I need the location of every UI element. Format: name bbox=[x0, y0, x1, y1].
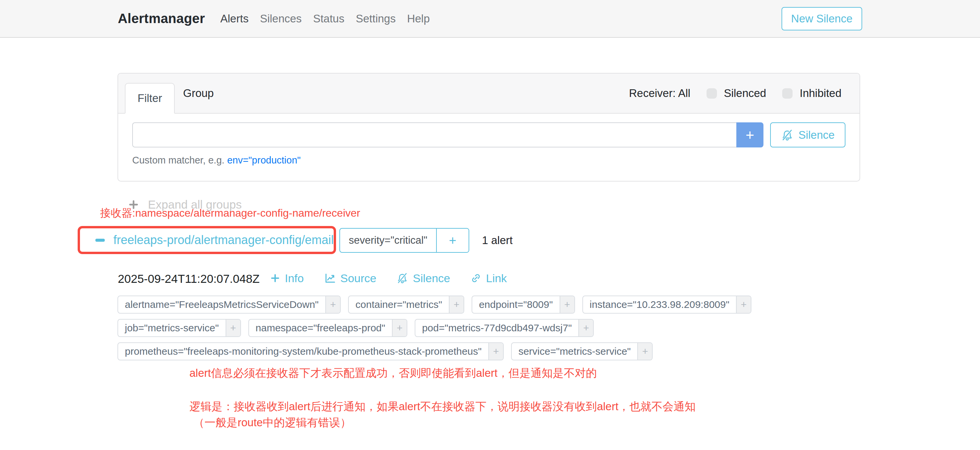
alert-label-text: service="metrics-service" bbox=[512, 343, 638, 360]
add-label-filter-button[interactable]: + bbox=[449, 296, 463, 313]
alert-label: namespace="freeleaps-prod" + bbox=[248, 319, 407, 337]
nav-item-status[interactable]: Status bbox=[313, 13, 344, 25]
alert-label-text: prometheus="freeleaps-monitoring-system/… bbox=[118, 343, 488, 360]
annotation-logic-note: 逻辑是：接收器收到alert后进行通知，如果alert不在接收器下，说明接收器没… bbox=[189, 399, 696, 414]
alert-silence-link[interactable]: Silence bbox=[396, 272, 450, 285]
chain-link-icon bbox=[470, 273, 482, 284]
alert-source-link[interactable]: Source bbox=[324, 272, 377, 285]
alert-label-text: job="metrics-service" bbox=[118, 320, 226, 336]
silenced-checkbox[interactable] bbox=[706, 88, 717, 98]
chart-line-icon bbox=[324, 272, 336, 284]
filter-header-controls: Receiver: All Silenced Inhibited bbox=[629, 74, 842, 113]
alert-label-text: container="metrics" bbox=[349, 296, 449, 313]
inhibited-checkbox-group[interactable]: Inhibited bbox=[782, 87, 842, 100]
alert-label: job="metrics-service" + bbox=[118, 319, 241, 337]
top-navbar: Alertmanager Alerts Silences Status Sett… bbox=[0, 0, 980, 38]
alert-label: endpoint="8009" + bbox=[472, 296, 575, 314]
alert-timestamp: 2025-09-24T11:20:07.048Z bbox=[118, 272, 260, 285]
alert-silence-label: Silence bbox=[413, 272, 450, 285]
group-matcher-label[interactable]: severity="critical" bbox=[340, 229, 436, 252]
add-label-filter-button[interactable]: + bbox=[226, 320, 240, 336]
tab-filter[interactable]: Filter bbox=[125, 83, 175, 114]
annotation-alert-note: alert信息必须在接收器下才表示配置成功，否则即使能看到alert，但是通知是… bbox=[189, 366, 597, 381]
alert-label-text: alertname="FreeleapsMetricsServiceDown" bbox=[118, 296, 325, 313]
add-label-filter-button[interactable]: + bbox=[560, 296, 574, 313]
inhibited-checkbox[interactable] bbox=[782, 88, 792, 98]
alert-label-text: instance="10.233.98.209:8009" bbox=[583, 296, 736, 313]
silence-filter-label: Silence bbox=[798, 129, 834, 141]
filter-panel: Filter Group Receiver: All Silenced Inhi… bbox=[118, 73, 860, 182]
alert-label: pod="metrics-77d9cdb497-wdsj7" + bbox=[415, 319, 594, 337]
add-label-filter-button[interactable]: + bbox=[637, 343, 652, 360]
silence-filter-button[interactable]: Silence bbox=[770, 122, 845, 147]
annotation-receiver-note: 接收器:namespace/altermanager-config-name/r… bbox=[100, 206, 360, 221]
plus-icon bbox=[270, 273, 280, 284]
bell-slash-icon bbox=[396, 272, 408, 284]
matcher-input[interactable] bbox=[132, 122, 737, 147]
alert-label-list: alertname="FreeleapsMetricsServiceDown" … bbox=[118, 296, 860, 360]
receiver-filter-dropdown[interactable]: Receiver: All bbox=[629, 87, 690, 100]
matcher-hint: Custom matcher, e.g.env="production" bbox=[132, 155, 845, 166]
alert-link-label: Link bbox=[486, 272, 507, 285]
app-brand[interactable]: Alertmanager bbox=[118, 11, 205, 26]
alert-label-text: namespace="freeleaps-prod" bbox=[249, 320, 392, 336]
nav-item-help[interactable]: Help bbox=[407, 13, 430, 25]
hint-text: Custom matcher, e.g. bbox=[132, 155, 224, 165]
filter-panel-header: Filter Group Receiver: All Silenced Inhi… bbox=[118, 74, 859, 114]
nav-item-settings[interactable]: Settings bbox=[356, 13, 396, 25]
add-label-filter-button[interactable]: + bbox=[488, 343, 503, 360]
alertmanager-page: Alertmanager Alerts Silences Status Sett… bbox=[0, 0, 980, 450]
add-label-filter-button[interactable]: + bbox=[325, 296, 340, 313]
hint-example-link[interactable]: env="production" bbox=[227, 155, 301, 165]
add-label-filter-button[interactable]: + bbox=[736, 296, 751, 313]
alert-actions: Info Source Silence bbox=[270, 269, 507, 287]
alert-label: prometheus="freeleaps-monitoring-system/… bbox=[118, 342, 504, 360]
new-silence-button[interactable]: New Silence bbox=[781, 7, 862, 30]
alert-label: service="metrics-service" + bbox=[511, 342, 653, 360]
alert-link-link[interactable]: Link bbox=[470, 272, 507, 285]
receiver-group-link[interactable]: freeleaps-prod/alertmanager-config/email bbox=[113, 233, 334, 247]
silenced-checkbox-group[interactable]: Silenced bbox=[706, 87, 767, 100]
alert-label-text: pod="metrics-77d9cdb497-wdsj7" bbox=[415, 320, 578, 336]
nav-item-silences[interactable]: Silences bbox=[260, 13, 302, 25]
bell-slash-icon bbox=[781, 129, 794, 141]
alert-label-text: endpoint="8009" bbox=[472, 296, 560, 313]
inhibited-label: Inhibited bbox=[800, 87, 842, 100]
alert-info-link[interactable]: Info bbox=[270, 272, 304, 285]
add-label-filter-button[interactable]: + bbox=[578, 320, 593, 336]
alert-info-label: Info bbox=[285, 272, 304, 285]
add-group-matcher-button[interactable]: + bbox=[436, 229, 469, 252]
nav-menu: Alerts Silences Status Settings Help bbox=[220, 13, 430, 25]
group-matcher-button-group: severity="critical" + bbox=[339, 228, 469, 253]
annotation-route-note: （一般是route中的逻辑有错误） bbox=[194, 415, 351, 430]
matcher-input-group: + Silence bbox=[132, 122, 845, 147]
alert-label: alertname="FreeleapsMetricsServiceDown" … bbox=[118, 296, 341, 314]
tab-group[interactable]: Group bbox=[183, 74, 214, 113]
alert-source-label: Source bbox=[340, 272, 377, 285]
silenced-label: Silenced bbox=[724, 87, 767, 100]
group-alert-count: 1 alert bbox=[482, 228, 513, 253]
alert-label: instance="10.233.98.209:8009" + bbox=[582, 296, 751, 314]
add-matcher-button[interactable]: + bbox=[737, 122, 764, 147]
filter-panel-body: + Silence Custom matcher, e.g.env="produ… bbox=[118, 114, 859, 166]
collapse-group-icon[interactable] bbox=[95, 239, 105, 242]
nav-item-alerts[interactable]: Alerts bbox=[220, 13, 248, 25]
add-label-filter-button[interactable]: + bbox=[392, 320, 407, 336]
alert-label: container="metrics" + bbox=[348, 296, 464, 314]
receiver-group-highlight: freeleaps-prod/alertmanager-config/email bbox=[78, 226, 336, 254]
